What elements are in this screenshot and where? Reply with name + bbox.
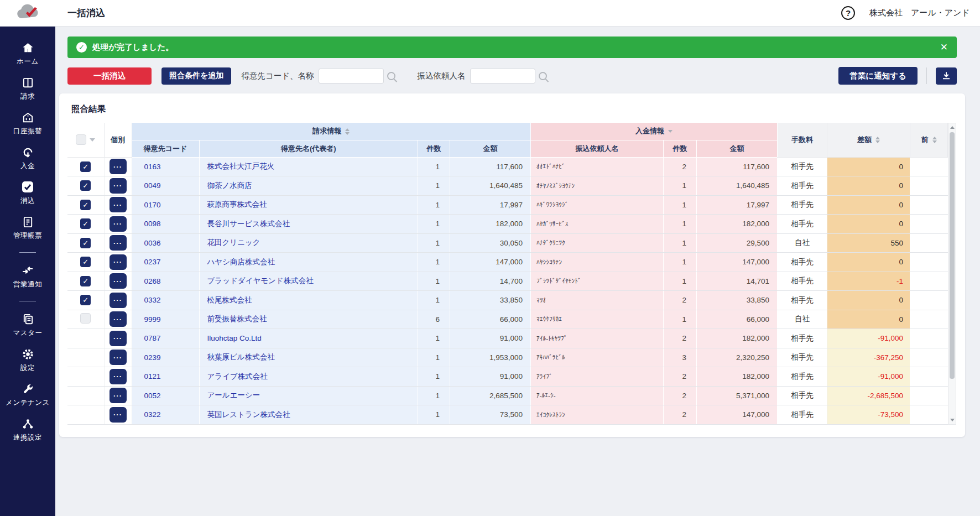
customer-name-link[interactable]: Iluohctap Co.Ltd — [207, 334, 262, 342]
customer-code-link[interactable]: 0098 — [144, 220, 161, 228]
fee-cell: 自社 — [778, 310, 827, 329]
customer-name-link[interactable]: ブラッドダイヤモンド株式会社 — [207, 277, 314, 285]
app-logo[interactable] — [0, 0, 55, 27]
column-payer-name: 振込依頼人名 — [531, 140, 664, 157]
customer-code-cell: 0052 — [132, 386, 199, 405]
scrollbar-up-arrow-icon[interactable] — [948, 123, 956, 131]
customer-code-link[interactable]: 0787 — [144, 334, 161, 342]
search-icon[interactable] — [387, 72, 395, 80]
customer-name-link[interactable]: 御茶ノ水商店 — [207, 181, 252, 190]
sidebar-item-label: 口座振替 — [13, 127, 42, 136]
add-condition-button[interactable]: 照合条件を追加 — [161, 67, 231, 85]
customer-search-input[interactable] — [319, 69, 384, 84]
customer-code-link[interactable]: 0052 — [144, 392, 161, 400]
help-icon[interactable]: ? — [841, 6, 855, 20]
row-checkbox[interactable]: ✓ — [80, 218, 91, 229]
more-options-button[interactable]: ··· — [110, 350, 127, 365]
more-options-button[interactable]: ··· — [110, 273, 127, 289]
customer-code-link[interactable]: 0036 — [144, 239, 161, 247]
sidebar-item-メンテナンス[interactable]: メンテナンス — [0, 382, 55, 408]
search-icon[interactable] — [539, 72, 547, 80]
page-title: 一括消込 — [67, 7, 105, 19]
customer-code-link[interactable]: 0239 — [144, 353, 161, 362]
row-checkbox[interactable]: ✓ — [80, 200, 91, 210]
sidebar-item-請求[interactable]: 請求 — [0, 76, 55, 101]
column-prev[interactable]: 前 — [910, 123, 948, 157]
bulk-clear-button[interactable]: 一括消込 — [67, 67, 152, 85]
row-individual-cell: ··· — [104, 329, 132, 348]
customer-code-link[interactable]: 0332 — [144, 296, 161, 304]
more-options-button[interactable]: ··· — [110, 369, 127, 384]
payer-name-cell: ﾊｾｶﾞﾜｻｰﾋﾞｽ — [531, 215, 664, 234]
customer-name-link[interactable]: 長谷川サービス株式会社 — [207, 220, 290, 228]
column-group-deposit[interactable]: 入金情報 — [531, 123, 778, 140]
more-options-button[interactable]: ··· — [110, 254, 127, 270]
customer-code-link[interactable]: 0163 — [144, 163, 161, 171]
sidebar-item-口座振替[interactable]: 口座振替 — [0, 111, 55, 136]
more-options-button[interactable]: ··· — [110, 216, 127, 232]
deposit-count-cell: 2 — [664, 157, 697, 176]
row-select-cell — [67, 405, 104, 425]
download-button[interactable] — [936, 67, 957, 85]
table-row: ···0052アールエーシー12,685,500ｱ-ﾙｴ-ｼ-25,371,00… — [67, 386, 948, 405]
customer-name-link[interactable]: 秋葉原ビル株式会社 — [207, 353, 275, 361]
customer-name-cell: 松尾株式会社 — [199, 291, 418, 310]
more-options-button[interactable]: ··· — [110, 293, 127, 308]
row-checkbox[interactable] — [80, 313, 91, 324]
deposit-amount-cell: 17,997 — [697, 195, 778, 215]
row-select-cell — [67, 329, 104, 348]
sidebar-item-入金[interactable]: 入金 — [0, 145, 55, 171]
customer-name-link[interactable]: 英国レストラン株式会社 — [207, 410, 290, 419]
customer-code-link[interactable]: 9999 — [144, 315, 161, 324]
row-checkbox[interactable]: ✓ — [80, 257, 91, 267]
customer-name-link[interactable]: 萩原商事株式会社 — [207, 200, 267, 209]
row-checkbox[interactable]: ✓ — [80, 276, 91, 286]
customer-code-link[interactable]: 0237 — [144, 258, 161, 266]
more-options-button[interactable]: ··· — [110, 178, 127, 194]
scrollbar-down-arrow-icon[interactable] — [948, 416, 956, 424]
billing-amount-cell: 14,700 — [450, 272, 531, 291]
customer-name-link[interactable]: アライブ株式会社 — [207, 372, 268, 381]
column-group-billing[interactable]: 請求情報 — [132, 123, 531, 140]
more-options-button[interactable]: ··· — [110, 388, 127, 403]
more-options-button[interactable]: ··· — [110, 311, 127, 327]
row-checkbox[interactable]: ✓ — [80, 238, 91, 248]
select-all-checkbox[interactable] — [76, 134, 86, 145]
customer-name-link[interactable]: 前受振替株式会社 — [207, 315, 267, 323]
customer-name-link[interactable]: 株式会社大江戸花火 — [207, 162, 275, 170]
more-options-button[interactable]: ··· — [110, 235, 127, 251]
close-icon[interactable]: ✕ — [940, 43, 948, 52]
row-checkbox[interactable]: ✓ — [80, 295, 91, 305]
more-options-button[interactable]: ··· — [110, 159, 127, 174]
scrollbar-thumb[interactable] — [950, 132, 955, 379]
customer-name-link[interactable]: 松尾株式会社 — [207, 296, 252, 304]
vertical-scrollbar[interactable] — [948, 123, 956, 425]
more-options-button[interactable]: ··· — [110, 197, 127, 212]
sidebar-item-営業通知[interactable]: 営業通知 — [0, 264, 55, 289]
payer-name-cell: ﾏﾂｵ — [531, 291, 664, 310]
sidebar-item-消込[interactable]: 消込 — [0, 180, 55, 206]
payer-search-input[interactable] — [470, 69, 535, 84]
row-checkbox[interactable]: ✓ — [80, 180, 91, 191]
customer-name-link[interactable]: アールエーシー — [207, 391, 260, 399]
customer-name-link[interactable]: ハヤシ商店株式会社 — [207, 258, 275, 266]
customer-name-link[interactable]: 花田クリニック — [207, 238, 260, 247]
sidebar-item-ホーム[interactable]: ホーム — [0, 41, 55, 66]
table-row: ✓···0170萩原商事株式会社117,997ﾊｷﾞﾜﾗｼﾖｳｼﾞ117,997… — [67, 195, 948, 215]
sidebar-item-マスター[interactable]: マスター — [0, 312, 55, 338]
customer-code-link[interactable]: 0170 — [144, 201, 161, 209]
customer-code-link[interactable]: 0121 — [144, 372, 161, 381]
sidebar-item-連携設定[interactable]: 連携設定 — [0, 417, 55, 442]
select-menu-caret-icon[interactable] — [90, 138, 95, 142]
notify-sales-button[interactable]: 営業に通知する — [838, 67, 918, 85]
prev-cell — [910, 272, 948, 291]
column-difference[interactable]: 差額 — [827, 123, 910, 157]
row-checkbox[interactable]: ✓ — [80, 161, 91, 172]
more-options-button[interactable]: ··· — [110, 407, 127, 423]
customer-code-link[interactable]: 0268 — [144, 277, 161, 285]
sidebar-item-設定[interactable]: 設定 — [0, 347, 55, 373]
customer-code-link[interactable]: 0322 — [144, 410, 161, 419]
customer-code-link[interactable]: 0049 — [144, 181, 161, 190]
more-options-button[interactable]: ··· — [110, 331, 127, 346]
sidebar-item-管理帳票[interactable]: 管理帳票 — [0, 215, 55, 241]
